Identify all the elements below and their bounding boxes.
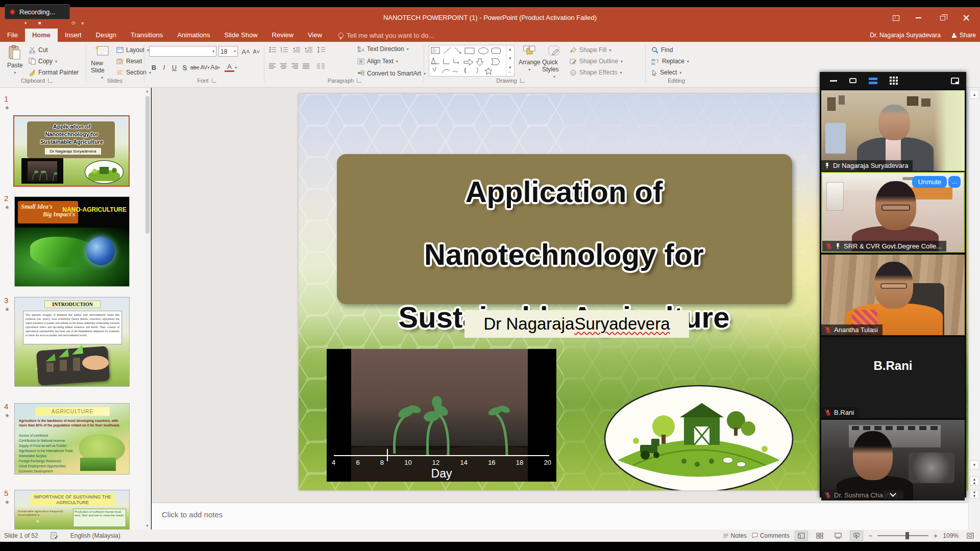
fit-slide-to-window-button[interactable] — [964, 531, 977, 541]
new-slide-button[interactable]: New Slide ▾ — [91, 45, 113, 80]
reset-button[interactable]: Reset — [116, 58, 142, 65]
scroll-down-icon[interactable]: ▼ — [970, 460, 979, 469]
tab-design[interactable]: Design — [89, 29, 124, 42]
minimize-button[interactable] — [910, 11, 927, 24]
thumb-scroll-down-icon[interactable]: ▼ — [144, 522, 150, 530]
reading-view-button[interactable] — [831, 531, 845, 541]
slide-thumbnail-3[interactable]: INTRODUCTION The apparent struggle of ma… — [14, 297, 130, 387]
slide-thumbnail-4[interactable]: AGRICULTURE Agriculture is the backbone … — [14, 403, 130, 474]
slideshow-view-button[interactable] — [850, 531, 863, 541]
comments-toggle[interactable]: Comments — [752, 532, 790, 539]
section-button[interactable]: Section▾ — [116, 69, 151, 76]
grow-shrink-font[interactable]: A˄A˅ — [241, 46, 261, 57]
panel-minimize-icon[interactable] — [830, 80, 837, 82]
zoom-out-button[interactable]: − — [868, 532, 872, 540]
align-left-icon[interactable] — [269, 63, 276, 69]
shapes-gallery[interactable]: ▲▼▼─ — [429, 45, 514, 77]
grid-view-icon[interactable] — [890, 77, 898, 85]
share-button[interactable]: Share — [952, 32, 976, 39]
tab-insert[interactable]: Insert — [58, 29, 89, 42]
copy-button[interactable]: Copy ▾ — [29, 58, 57, 65]
find-button[interactable]: Find — [651, 46, 673, 54]
slide-video[interactable]: 468101214161820 Day — [327, 349, 556, 482]
align-right-icon[interactable] — [291, 63, 299, 69]
restore-button[interactable] — [934, 11, 951, 24]
font-size-combo[interactable]: 18▾ — [218, 46, 238, 57]
collapse-panel-button[interactable] — [883, 490, 903, 499]
underline-button[interactable]: U — [169, 62, 179, 72]
scroll-up-icon[interactable]: ▲ — [970, 90, 979, 99]
notes-pane[interactable]: Click to add notes — [152, 503, 968, 530]
arrange-button[interactable]: Arrange ▾ — [519, 45, 541, 72]
character-spacing-button[interactable]: AV▾ — [200, 62, 210, 72]
clipboard-dialog-launcher[interactable] — [48, 78, 53, 83]
shape-fill-button[interactable]: Shape Fill▾ — [570, 46, 611, 54]
slide-thumbnail-2[interactable]: Small Idea's Big Impact's NANO-AGRICULTU… — [14, 196, 130, 287]
paste-dropdown[interactable]: ▾ — [14, 70, 16, 75]
zoom-level[interactable]: 109% — [943, 532, 959, 539]
line-spacing-icon[interactable] — [317, 46, 326, 53]
increase-indent-icon[interactable] — [305, 46, 313, 53]
language-status[interactable]: English (Malaysia) — [70, 532, 120, 539]
account-name[interactable]: Dr. Nagaraja Suryadevara — [870, 32, 941, 39]
font-color-dropdown[interactable]: ▾ — [235, 65, 237, 70]
shape-outline-button[interactable]: Shape Outline▾ — [570, 58, 623, 65]
thumbnail-scrollbar[interactable]: ▲ ▼ — [144, 88, 150, 530]
recording-controls[interactable]: ⏸ ■ — [24, 20, 46, 26]
align-text-button[interactable]: Align Text▾ — [357, 58, 398, 65]
shapes-gallery-scroll[interactable]: ▲▼▼─ — [506, 45, 514, 76]
justify-icon[interactable] — [303, 63, 310, 69]
slide-counter[interactable]: Slide 1 of 52 — [4, 532, 38, 539]
slide-author-box[interactable]: Dr Nagaraja Suryadevera — [464, 310, 689, 338]
recording-indicator[interactable]: Recording... — [5, 4, 70, 19]
video-tile-1[interactable]: Dr Nagaraja Suryadevara — [821, 90, 965, 171]
slide-sorter-view-button[interactable] — [813, 531, 826, 541]
video-tile-2[interactable]: Unmute ... SRR & CVR Govt.Degree Colle..… — [821, 172, 965, 253]
slide-thumbnail-5[interactable]: IMPORTANCE OF SUSTAINING THE AGRICULTURE… — [14, 490, 130, 530]
panel-layout-icon[interactable] — [951, 78, 959, 84]
decrease-indent-icon[interactable] — [292, 46, 301, 53]
participant2-more-button[interactable]: ... — [948, 176, 961, 188]
tab-transitions[interactable]: Transitions — [124, 29, 170, 42]
font-dialog-launcher[interactable] — [212, 78, 216, 83]
thumb-scroll-thumb[interactable] — [145, 96, 150, 234]
cut-button[interactable]: Cut — [29, 46, 48, 54]
quick-styles-button[interactable]: Quick Styles ▾ — [542, 45, 567, 79]
font-color-button[interactable]: A — [225, 63, 234, 72]
replace-button[interactable]: abac Replace▾ — [651, 58, 689, 65]
notes-toggle[interactable]: Notes — [723, 532, 747, 539]
main-scrollbar[interactable]: ▲ ▼ ▲▲ ▼▼ — [968, 88, 980, 530]
spell-check-icon[interactable] — [51, 532, 58, 539]
drawing-dialog-launcher[interactable] — [520, 78, 525, 83]
columns-icon[interactable] — [317, 63, 325, 69]
text-direction-button[interactable]: A Text Direction▾ — [357, 45, 409, 53]
previous-slide-button[interactable]: ▲▲ — [970, 477, 979, 486]
zoom-in-button[interactable]: + — [934, 532, 938, 540]
copy-dropdown[interactable]: ▾ — [55, 59, 57, 64]
zoom-slider[interactable] — [877, 535, 928, 536]
strikethrough-button[interactable]: abc — [190, 62, 200, 72]
ribbon-display-options-button[interactable] — [887, 11, 904, 24]
video-tile-5[interactable]: Dr. Sushma Chauhan — [821, 420, 965, 500]
tell-me-box[interactable]: Tell me what you want to do... — [338, 29, 434, 42]
video-tile-4[interactable]: B.Rani B.Rani — [821, 337, 965, 418]
paragraph-dialog-launcher[interactable] — [357, 78, 361, 83]
normal-view-button[interactable] — [795, 531, 808, 541]
select-button[interactable]: Select▾ — [651, 69, 681, 76]
unmute-button[interactable]: Unmute — [912, 176, 947, 188]
tab-home[interactable]: Home — [25, 29, 58, 42]
shape-effects-button[interactable]: Shape Effects▾ — [570, 69, 622, 76]
notes-placeholder[interactable]: Click to add notes — [162, 510, 223, 519]
convert-smartart-button[interactable]: Convert to SmartArt▾ — [357, 70, 426, 77]
thumb-scroll-up-icon[interactable]: ▲ — [144, 88, 150, 95]
video-tile-3[interactable]: Anantha Tulasi — [821, 255, 965, 335]
slide-thumbnail-1[interactable]: Application ofNanotechnology forSustaina… — [13, 115, 130, 187]
tab-slideshow[interactable]: Slide Show — [217, 29, 264, 42]
farm-illustration[interactable] — [602, 384, 795, 490]
tab-review[interactable]: Review — [265, 29, 301, 42]
format-painter-button[interactable]: Format Painter — [29, 69, 79, 76]
align-center-icon[interactable] — [280, 63, 287, 69]
font-name-combo[interactable]: ▾ — [149, 46, 216, 57]
italic-button[interactable]: I — [159, 62, 169, 72]
speaker-view-icon[interactable] — [849, 78, 856, 83]
